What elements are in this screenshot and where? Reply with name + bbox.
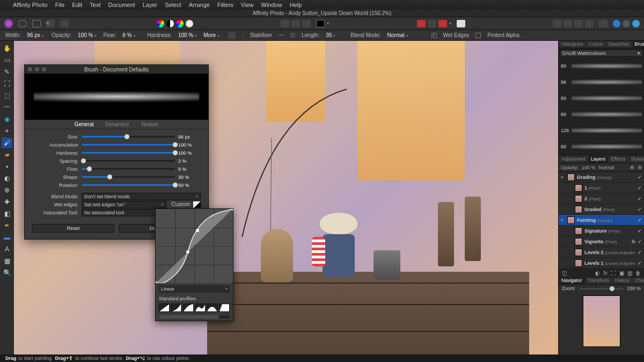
layer-blend-select[interactable]: Normal xyxy=(599,165,627,170)
dlg-blendmode-select[interactable]: Don't set blend mode xyxy=(82,193,201,200)
tab-dynamics[interactable]: Dynamics xyxy=(105,121,129,127)
brush-preset[interactable]: 80 xyxy=(559,139,644,155)
custom-curve-icon[interactable] xyxy=(193,201,201,208)
brush-preset[interactable]: 80 xyxy=(559,58,644,74)
profiles-scrollbar[interactable] xyxy=(159,315,230,318)
slider[interactable] xyxy=(82,152,175,154)
menu-file[interactable]: File xyxy=(55,2,65,8)
adjustment-icon[interactable]: ◐ xyxy=(595,270,600,276)
pressure-icon[interactable] xyxy=(228,32,236,39)
pen-tool-icon[interactable]: ✒ xyxy=(2,220,12,231)
brush-preset[interactable]: 80 xyxy=(559,90,644,106)
brush-preset[interactable]: 96 xyxy=(559,74,644,90)
menu-arrange[interactable]: Arrange xyxy=(189,2,210,8)
text-tool-icon[interactable]: A xyxy=(2,244,12,255)
menu-text[interactable]: Text xyxy=(90,2,100,8)
reset-button[interactable]: Reset xyxy=(32,224,114,233)
quickmask-icon[interactable] xyxy=(316,20,325,27)
tab-layers[interactable]: Layers xyxy=(588,156,608,163)
wet-edges-checkbox[interactable]: ✓ xyxy=(431,33,437,38)
slider[interactable] xyxy=(82,144,175,146)
freehand-select-icon[interactable]: 〰 xyxy=(2,102,12,113)
app-name[interactable]: Affinity Photo xyxy=(13,2,48,8)
curve-editor[interactable] xyxy=(156,209,233,283)
menu-document[interactable]: Document xyxy=(108,2,135,8)
brush-category-select[interactable]: DAUB Watercolours▾ xyxy=(560,49,643,57)
persona-liquify-icon[interactable] xyxy=(18,20,27,27)
snap-icon[interactable] xyxy=(428,20,436,27)
add-layer-icon[interactable]: ▥ xyxy=(627,270,632,276)
help-icon[interactable] xyxy=(623,20,630,27)
selection-add-icon[interactable] xyxy=(291,20,300,27)
tab-effects[interactable]: Effects xyxy=(608,156,628,163)
fx-icon[interactable]: fx xyxy=(603,270,608,276)
navigator-preview[interactable] xyxy=(583,295,620,347)
tab-swatches[interactable]: Swatches xyxy=(606,41,632,48)
menu-layer[interactable]: Layer xyxy=(143,2,158,8)
tab-adjustment[interactable]: Adjustment xyxy=(559,156,588,163)
layer-row[interactable]: Graded (Pixel)✓ xyxy=(559,204,644,215)
erase-tool-icon[interactable]: ◧ xyxy=(2,208,12,219)
delete-layer-icon[interactable]: 🗑 xyxy=(635,270,641,276)
snap-grid-icon[interactable] xyxy=(417,20,426,27)
layer-cog-icon[interactable]: ⚙ xyxy=(638,165,642,170)
menu-edit[interactable]: Edit xyxy=(72,2,82,8)
pixel-tool-icon[interactable]: ▪ xyxy=(2,161,12,172)
layer-row[interactable]: ▾Grading (Group)✓ xyxy=(559,172,644,183)
layer-row[interactable]: 1 (Pixel)✓ xyxy=(559,183,644,193)
selection-tool-icon[interactable]: ⬚ xyxy=(2,90,12,101)
menu-window[interactable]: Window xyxy=(261,2,282,8)
minimize-icon[interactable] xyxy=(35,67,39,71)
profile-preset[interactable] xyxy=(207,303,217,312)
colour-wheel-icon[interactable] xyxy=(157,20,164,27)
hand-tool-icon[interactable]: ✋ xyxy=(2,43,12,54)
selection-sub-icon[interactable] xyxy=(302,20,311,27)
tab-history[interactable]: History xyxy=(612,277,632,284)
flood-select-icon[interactable]: ✦ xyxy=(2,126,12,136)
mac-menu-bar[interactable]: Affinity Photo File Edit Text Document L… xyxy=(0,0,644,10)
length-field[interactable]: 35 xyxy=(326,32,344,38)
slider[interactable] xyxy=(82,176,175,178)
align-icon[interactable] xyxy=(599,20,608,27)
slider[interactable] xyxy=(82,160,175,162)
colour-picker-icon[interactable]: ✎ xyxy=(2,67,12,77)
flow-field[interactable]: 8 % xyxy=(122,32,141,38)
layer-row[interactable]: Vignette (Pixel)fx✓ xyxy=(559,236,644,247)
brush-preset[interactable]: 80 xyxy=(559,106,644,122)
blendmode-select[interactable]: Normal xyxy=(387,32,425,38)
assistant-icon[interactable] xyxy=(457,20,465,27)
mask-icon[interactable]: ◫ xyxy=(562,270,567,276)
greyscale-icon[interactable] xyxy=(166,20,174,27)
crop-tool-icon[interactable]: ⛶ xyxy=(2,78,12,89)
tab-texture[interactable]: Texture xyxy=(141,121,158,127)
stabiliser-rope-icon[interactable]: 〰 xyxy=(279,32,284,38)
menu-select[interactable]: Select xyxy=(165,2,181,8)
protect-alpha-checkbox[interactable] xyxy=(475,33,481,38)
zoom-tool-icon[interactable]: 🔍 xyxy=(2,267,12,278)
menu-view[interactable]: View xyxy=(241,2,254,8)
dialog-header[interactable]: Brush - Document Defaults xyxy=(25,65,208,74)
more-button[interactable]: More xyxy=(203,32,222,38)
profile-preset[interactable] xyxy=(171,303,181,312)
layer-row[interactable]: 2 (Pixel)✓ xyxy=(559,193,644,204)
arrange-backward-icon[interactable] xyxy=(564,20,572,27)
tab-histogram[interactable]: Histogram xyxy=(559,41,586,48)
healing-tool-icon[interactable]: ✚ xyxy=(2,197,12,207)
tab-styles[interactable]: Styles xyxy=(628,156,644,163)
selection-new-icon[interactable] xyxy=(281,20,289,27)
hardness-field[interactable]: 100 % xyxy=(178,32,197,38)
zoom-slider[interactable] xyxy=(579,288,624,289)
persona-develop-icon[interactable] xyxy=(32,20,41,27)
layer-settings-icon[interactable]: ✻ xyxy=(630,165,634,170)
group-icon[interactable]: ▣ xyxy=(619,270,624,276)
curve-mode-select[interactable]: Linear xyxy=(159,285,230,293)
paint-brush-tool-icon[interactable]: 🖌 xyxy=(2,137,12,148)
mesh-tool-icon[interactable]: ▦ xyxy=(2,256,12,266)
crop-layer-icon[interactable]: ⛶ xyxy=(611,270,616,276)
smart-select-icon[interactable]: ◉ xyxy=(2,114,12,125)
layer-row[interactable]: Levels 2 (Levels Adjustment)✓ xyxy=(559,247,644,258)
close-icon[interactable] xyxy=(28,67,32,71)
profile-preset[interactable] xyxy=(183,303,194,312)
menu-help[interactable]: Help xyxy=(290,2,302,8)
fill-tool-icon[interactable]: ▰ xyxy=(2,149,12,160)
